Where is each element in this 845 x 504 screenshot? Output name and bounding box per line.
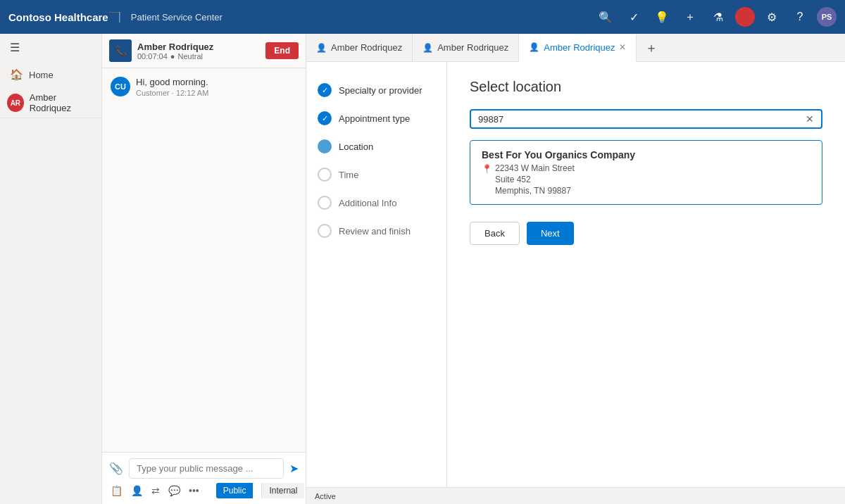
- call-sentiment: Neutral: [177, 52, 202, 61]
- chat-input-row: 📎 ➤: [109, 458, 299, 479]
- step-label-6: Review and finish: [339, 226, 411, 237]
- statusbar: Active 💾 Save: [306, 487, 845, 504]
- chat-tool-transfer-icon[interactable]: ⇄: [151, 485, 160, 496]
- location-address-lines: 22343 W Main Street Suite 452 Memphis, T…: [495, 163, 575, 196]
- wizard-buttons: Back Next: [470, 222, 822, 245]
- wizard-step-location: Location: [318, 132, 435, 160]
- wizard-steps: ✓ Specialty or provider ✓ Appointment ty…: [306, 62, 447, 504]
- end-call-button[interactable]: End: [265, 42, 299, 59]
- step-label-3: Location: [339, 141, 373, 152]
- wizard-step-additional: Additional Info: [318, 189, 435, 217]
- wizard-step-review: Review and finish: [318, 217, 435, 245]
- call-avatar: 📞: [109, 39, 132, 62]
- wizard-main: Select location ✕ Best For You Organics …: [447, 62, 845, 504]
- step-label-5: Additional Info: [339, 198, 396, 208]
- search-clear-icon[interactable]: ✕: [806, 113, 814, 125]
- location-street: 22343 W Main Street: [495, 163, 575, 173]
- tab-person-icon-3: 👤: [529, 42, 539, 52]
- internal-button[interactable]: Internal: [261, 483, 304, 498]
- chat-tool-more-icon[interactable]: •••: [189, 485, 199, 496]
- home-icon: 🏠: [10, 68, 23, 81]
- settings-icon[interactable]: ⚙: [760, 6, 783, 28]
- search-icon[interactable]: 🔍: [594, 6, 617, 28]
- notification-dot[interactable]: [735, 7, 755, 27]
- status-text: Active: [315, 492, 336, 500]
- tab-content: ✓ Specialty or provider ✓ Appointment ty…: [306, 62, 845, 504]
- tab-person-icon-1: 👤: [316, 43, 327, 53]
- checkmark-icon[interactable]: ✓: [622, 6, 645, 28]
- contact-avatar: AR: [7, 94, 24, 112]
- location-result-address: 📍 22343 W Main Street Suite 452 Memphis,…: [482, 163, 810, 196]
- contact-name: Amber Rodriquez: [30, 92, 94, 113]
- tab-label-2: Amber Rodriquez: [437, 42, 508, 53]
- filter-icon[interactable]: ⚗: [707, 6, 730, 28]
- contact-item-amber[interactable]: AR Amber Rodriquez: [0, 88, 101, 118]
- timer-value: 00:07:04: [137, 52, 168, 61]
- call-name: Amber Rodriquez: [137, 42, 260, 52]
- hamburger-menu[interactable]: ☰: [0, 34, 101, 61]
- call-avatar-icon: 📞: [115, 45, 127, 56]
- user-avatar[interactable]: PS: [817, 7, 837, 27]
- step-circle-4: [318, 168, 332, 182]
- public-button[interactable]: Public: [216, 483, 254, 498]
- wizard-step-specialty: ✓ Specialty or provider: [318, 76, 435, 104]
- step-circle-1: ✓: [318, 83, 332, 97]
- chat-tool-person-icon[interactable]: 👤: [131, 485, 143, 496]
- help-icon[interactable]: ?: [789, 6, 811, 28]
- plus-icon[interactable]: ＋: [679, 6, 701, 28]
- wizard-title: Select location: [470, 79, 822, 95]
- chat-meta: Customer · 12:12 AM: [136, 89, 208, 97]
- topbar: Contoso Healthcare | Patient Service Cen…: [0, 0, 845, 34]
- attachment-icon[interactable]: 📎: [109, 462, 123, 475]
- tab-amber-1[interactable]: 👤 Amber Rodriquez: [306, 34, 413, 61]
- tabs-bar: 👤 Amber Rodriquez 👤 Amber Rodriquez 👤 Am…: [306, 34, 845, 62]
- step-label-1: Specialty or provider: [339, 85, 423, 96]
- sidebar: ☰ 🏠 Home AR Amber Rodriquez: [0, 34, 102, 504]
- chat-area: CU Hi, good morning. Customer · 12:12 AM: [102, 68, 306, 452]
- location-suite: Suite 452: [495, 175, 575, 184]
- chat-sender: Customer: [136, 89, 170, 97]
- timer-dot: ●: [170, 52, 175, 61]
- tab-person-icon-2: 👤: [423, 43, 433, 53]
- sidebar-home-label: Home: [29, 70, 54, 80]
- tab-label-3: Amber Rodriquez: [544, 42, 615, 53]
- step-circle-6: [318, 224, 332, 238]
- step-circle-5: [318, 196, 332, 210]
- chat-customer-avatar: CU: [111, 77, 130, 96]
- location-city: Memphis, TN 99887: [495, 186, 575, 196]
- location-result-item[interactable]: Best For You Organics Company 📍 22343 W …: [470, 140, 822, 205]
- chat-tool-note-icon[interactable]: 📋: [111, 485, 123, 496]
- call-header: 📞 Amber Rodriquez 00:07:04 ● Neutral End…: [102, 34, 306, 68]
- chat-input-area: 📎 ➤ 📋 👤 ⇄ 💬 ••• Public Internal: [102, 452, 306, 504]
- send-icon[interactable]: ➤: [289, 462, 299, 475]
- location-result-name: Best For You Organics Company: [482, 149, 810, 160]
- back-button[interactable]: Back: [470, 222, 520, 245]
- chat-toolbar: 📋 👤 ⇄ 💬 ••• Public Internal: [109, 483, 299, 498]
- step-circle-2: ✓: [318, 111, 332, 125]
- chat-tool-chat-icon[interactable]: 💬: [168, 485, 180, 496]
- step-circle-3: [318, 139, 332, 153]
- wizard-step-appointment: ✓ Appointment type: [318, 104, 435, 132]
- chat-input[interactable]: [129, 458, 284, 479]
- minimize-icon[interactable]: —: [109, 6, 119, 17]
- tab-close-icon[interactable]: ✕: [619, 42, 626, 52]
- location-search-input[interactable]: [478, 114, 806, 125]
- location-search-box: ✕: [470, 109, 822, 129]
- hamburger-icon: ☰: [10, 41, 20, 54]
- call-info: Amber Rodriquez 00:07:04 ● Neutral: [137, 42, 260, 61]
- step-label-4: Time: [339, 170, 358, 180]
- tab-amber-3[interactable]: 👤 Amber Rodriquez ✕: [519, 34, 637, 62]
- location-pin-icon: 📍: [482, 164, 492, 174]
- tab-add-button[interactable]: ＋: [637, 34, 666, 61]
- step-label-2: Appointment type: [339, 113, 410, 124]
- sidebar-item-home[interactable]: 🏠 Home: [0, 61, 101, 88]
- chat-bubble-text: Hi, good morning.: [136, 77, 208, 87]
- bulb-icon[interactable]: 💡: [651, 6, 673, 28]
- chat-message: CU Hi, good morning. Customer · 12:12 AM: [111, 77, 297, 97]
- tab-label-1: Amber Rodriquez: [331, 42, 402, 53]
- topbar-subtitle: Patient Service Center: [131, 12, 223, 23]
- next-button[interactable]: Next: [527, 222, 574, 245]
- wizard-step-time: Time: [318, 160, 435, 189]
- tab-amber-2[interactable]: 👤 Amber Rodriquez: [413, 34, 519, 61]
- chat-time: 12:12 AM: [176, 89, 208, 97]
